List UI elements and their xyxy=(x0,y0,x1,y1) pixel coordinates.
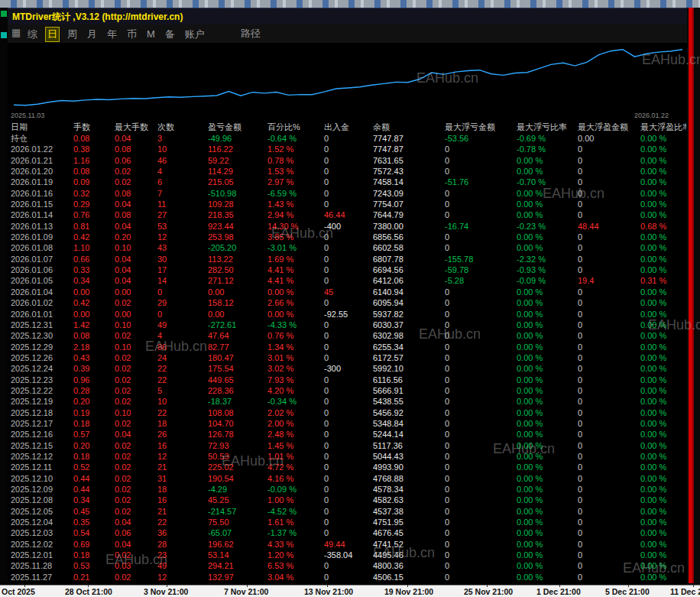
table-row[interactable]: 2025.11.280.530.0349294.216.53 %04800.36… xyxy=(11,560,686,571)
table-row[interactable]: 2026.01.200.080.024114.291.53 %07572.430… xyxy=(11,166,686,177)
table-row[interactable]: 2025.12.150.200.021672.931.45 %05117.360… xyxy=(11,440,686,451)
table-cell: 0.00 % xyxy=(517,560,578,571)
table-row[interactable]: 2025.12.260.430.0224180.473.01 %06172.57… xyxy=(11,352,686,363)
table-row[interactable]: 2025.12.100.440.0231190.544.16 %04768.88… xyxy=(11,473,686,484)
table-cell: 28 xyxy=(157,539,208,550)
table-cell: -0.78 % xyxy=(517,144,578,154)
table-row[interactable]: 2026.01.211.160.064659.220.78 %07631.650… xyxy=(11,155,686,166)
table-cell: 3.02 % xyxy=(267,363,324,374)
table-row[interactable]: 2026.01.190.090.026215.052.97 %07458.14-… xyxy=(11,177,686,187)
table-cell: 75.50 xyxy=(208,517,267,527)
table-cell: 0 xyxy=(324,166,373,177)
table-row[interactable]: 2025.12.080.340.021645.251.00 %04582.630… xyxy=(11,495,686,505)
table-row[interactable]: 2025.12.090.440.0218-4.29-0.09 %04578.34… xyxy=(11,484,686,495)
menu-item-账户[interactable]: 账户 xyxy=(183,28,206,41)
table-cell: 6412.06 xyxy=(373,275,445,286)
table-cell: 4537.38 xyxy=(373,506,445,517)
menu-item-年[interactable]: 年 xyxy=(105,28,118,41)
table-row[interactable]: 2026.01.070.660.0430113.221.69 %06807.78… xyxy=(11,254,686,264)
table-row[interactable]: 2025.12.160.570.0426126.782.48 %05244.14… xyxy=(11,429,686,440)
table-row[interactable]: 2025.12.220.280.025228.364.20 %05666.910… xyxy=(11,385,686,396)
table-row[interactable]: 2025.12.311.420.1049-272.61-4.33 %06030.… xyxy=(11,320,686,330)
table-row[interactable]: 2025.12.050.450.0221-214.57-4.52 %04537.… xyxy=(11,506,686,517)
table-row[interactable]: 2025.12.190.200.0210-18.37-0.34 %05438.5… xyxy=(11,396,686,407)
table-row[interactable]: 2026.01.010.000.0000.000.00 %-92.555937.… xyxy=(11,309,686,320)
table-cell: 0.53 xyxy=(73,560,115,571)
table-row[interactable]: 2026.01.020.420.0229158.122.66 %06095.94… xyxy=(11,297,686,308)
table-cell: 0.10 xyxy=(115,320,157,330)
table-cell: 0 xyxy=(578,429,640,440)
table-cell: 1.42 xyxy=(73,320,115,330)
table-row[interactable]: 2025.12.110.520.0221225.024.72 %04993.90… xyxy=(11,462,686,472)
table-cell: 47.64 xyxy=(208,330,267,341)
table-cell: 2025.12.23 xyxy=(11,375,73,385)
table-row[interactable]: 持仓0.080.043-49.96-0.64 %07747.87-53.56-0… xyxy=(11,133,686,144)
table-row[interactable]: 2025.12.170.180.0218104.702.00 %05348.84… xyxy=(11,418,686,429)
table-row[interactable]: 2026.01.090.420.2012253.983.85 %06856.56… xyxy=(11,232,686,242)
menu-item-周[interactable]: 周 xyxy=(66,28,79,41)
table-row[interactable]: 2026.01.040.000.0000.000.00 %456140.9400… xyxy=(11,287,686,297)
table-cell: 0 xyxy=(324,188,373,199)
table-cell: 4.72 % xyxy=(267,462,324,472)
table-cell: 6 xyxy=(157,177,208,187)
table-cell: 0.34 xyxy=(73,495,115,505)
table-cell: 49 xyxy=(157,560,208,571)
path-button[interactable]: 路径 xyxy=(241,27,261,41)
time-axis-label: 19 Nov 21:00 xyxy=(384,587,433,596)
menu-item-M[interactable]: M xyxy=(145,28,157,40)
table-cell: 4.33 % xyxy=(267,539,324,550)
table-cell: 0.00 % xyxy=(517,320,578,330)
table-cell: 2025.12.11 xyxy=(11,462,73,472)
table-row[interactable]: 2026.01.140.760.0827218.352.94 %46.44764… xyxy=(11,209,686,220)
table-row[interactable]: 2026.01.150.290.0411109.281.43 %07754.07… xyxy=(11,199,686,209)
table-cell: 0.00 % xyxy=(640,495,686,505)
column-header: 手数 xyxy=(73,121,115,133)
table-row[interactable]: 2026.01.050.340.0414271.124.41 %06412.06… xyxy=(11,275,686,286)
table-cell: -205.20 xyxy=(208,242,267,253)
table-cell: 0.00 % xyxy=(517,363,578,374)
menu-item-日[interactable]: 日 xyxy=(46,28,59,41)
table-row[interactable]: 2026.01.081.100.1043-205.20-3.01 %06602.… xyxy=(11,242,686,253)
table-cell: 218.35 xyxy=(208,209,267,220)
table-cell: 7243.09 xyxy=(373,188,445,199)
table-cell: 0.69 xyxy=(73,539,115,550)
table-row[interactable]: 2025.12.300.080.02447.640.76 %06302.9800… xyxy=(11,330,686,341)
table-cell: 0 xyxy=(578,506,640,517)
menu-item-月[interactable]: 月 xyxy=(86,28,99,41)
table-row[interactable]: 2025.11.270.210.0212132.973.04 %04506.15… xyxy=(11,572,686,582)
table-row[interactable]: 2025.12.040.350.042275.501.61 %04751.950… xyxy=(11,517,686,527)
table-cell: 3.85 % xyxy=(267,232,324,242)
table-row[interactable]: 2025.12.230.960.0222449.657.93 %06116.56… xyxy=(11,375,686,385)
table-row[interactable]: 2025.12.030.540.0636-65.07-1.37 %04676.4… xyxy=(11,527,686,538)
table-row[interactable]: 2026.01.060.330.0417282.504.41 %06694.56… xyxy=(11,264,686,275)
table-row[interactable]: 2026.01.130.810.0453923.4414.30 %-400738… xyxy=(11,221,686,232)
table-cell: 0.00 % xyxy=(267,287,324,297)
table-cell: 7631.65 xyxy=(373,155,445,166)
table-cell: 190.54 xyxy=(208,473,267,484)
table-cell: 0.04 xyxy=(115,199,157,209)
table-cell: 228.36 xyxy=(208,385,267,396)
time-axis-label: 11 Dec 21:00 xyxy=(670,587,700,596)
table-cell: 0.02 xyxy=(115,375,157,385)
menu-item-综[interactable]: 综 xyxy=(26,28,39,41)
table-row[interactable]: 2025.12.010.180.022353.141.20 %-358.0444… xyxy=(11,550,686,560)
table-row[interactable]: 2025.12.120.180.021250.531.01 %05044.430… xyxy=(11,451,686,462)
table-row[interactable]: 2026.01.220.380.0810116.221.52 %07747.87… xyxy=(11,144,686,154)
table-cell: 0.00 % xyxy=(517,232,578,242)
window-left-edge xyxy=(0,8,8,585)
menu-item-币[interactable]: 币 xyxy=(125,28,138,41)
table-row[interactable]: 2025.12.180.190.1022108.082.02 %05456.92… xyxy=(11,407,686,418)
table-cell: 0.00 % xyxy=(640,287,686,297)
table-cell: 0.00 % xyxy=(517,418,578,429)
table-cell: 16 xyxy=(157,440,208,451)
table-row[interactable]: 2025.12.240.390.0222175.543.02 %-3005992… xyxy=(11,363,686,374)
table-cell: 0.08 xyxy=(115,144,157,154)
table-row[interactable]: 2025.12.020.690.0428196.624.33 %49.44474… xyxy=(11,539,686,550)
menu-item-备[interactable]: 备 xyxy=(164,28,177,41)
table-row[interactable]: 2025.12.292.180.108682.771.34 %06255.340… xyxy=(11,342,686,352)
time-axis[interactable]: Oct 202528 Oct 21:003 Nov 21:007 Nov 21:… xyxy=(0,585,700,597)
table-row[interactable]: 2026.01.160.320.087-510.98-6.59 %07243.0… xyxy=(11,188,686,199)
table-cell: 0 xyxy=(578,155,640,166)
table-cell: 0.00 % xyxy=(517,527,578,538)
table-cell: 3 xyxy=(157,133,208,144)
